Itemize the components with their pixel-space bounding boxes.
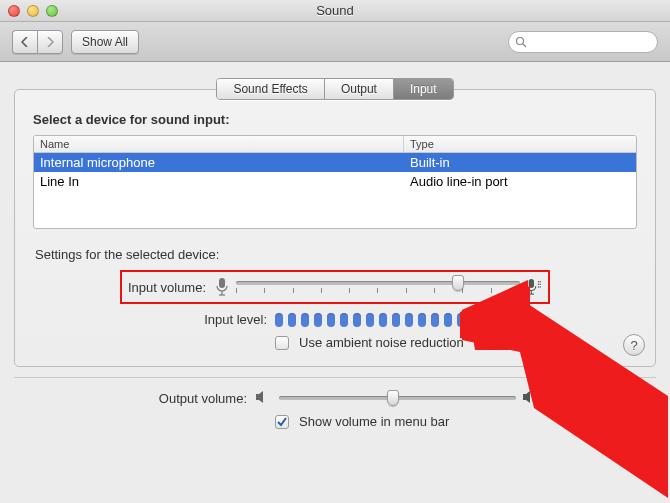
window-titlebar: Sound <box>0 0 670 22</box>
tab-input[interactable]: Input <box>394 79 453 99</box>
device-type: Audio line-in port <box>404 172 636 191</box>
show-menubar-label: Show volume in menu bar <box>299 414 449 429</box>
forward-button[interactable] <box>37 30 63 54</box>
slider-thumb[interactable] <box>452 275 464 291</box>
svg-point-10 <box>538 286 539 287</box>
output-volume-row: Output volume: Mute <box>34 386 636 410</box>
window-title: Sound <box>0 3 670 18</box>
search-icon <box>515 36 527 48</box>
svg-point-11 <box>540 281 541 282</box>
ambient-noise-label: Use ambient noise reduction <box>299 335 464 350</box>
mute-label: Mute <box>586 391 615 406</box>
input-volume-row: Input volume: <box>33 266 637 308</box>
input-volume-label: Input volume: <box>128 280 214 295</box>
nav-buttons <box>12 30 63 54</box>
input-level-label: Input level: <box>75 312 275 327</box>
help-button[interactable]: ? <box>623 334 645 356</box>
svg-point-12 <box>540 284 541 285</box>
chevron-right-icon <box>46 37 54 47</box>
svg-rect-5 <box>529 279 534 288</box>
speaker-quiet-icon <box>255 390 273 406</box>
svg-rect-2 <box>219 278 225 288</box>
settings-heading: Settings for the selected device: <box>35 247 637 262</box>
output-volume-label: Output volume: <box>55 391 255 406</box>
device-heading: Select a device for sound input: <box>33 112 637 127</box>
svg-point-13 <box>540 286 541 287</box>
device-type: Built-in <box>404 153 636 172</box>
col-header-type[interactable]: Type <box>404 136 636 152</box>
show-menubar-checkbox[interactable] <box>275 415 289 429</box>
input-level-row: Input level: <box>33 308 637 331</box>
svg-line-1 <box>523 44 526 47</box>
ambient-row: Use ambient noise reduction <box>33 331 637 354</box>
table-row[interactable]: Internal microphone Built-in <box>34 153 636 172</box>
speaker-loud-icon <box>522 390 540 406</box>
search-input[interactable] <box>531 36 651 48</box>
input-volume-slider[interactable] <box>236 281 520 285</box>
tab-output[interactable]: Output <box>325 79 394 99</box>
back-button[interactable] <box>12 30 37 54</box>
chevron-left-icon <box>21 37 29 47</box>
mute-checkbox[interactable] <box>562 391 576 405</box>
highlight-annotation: Input volume: <box>120 270 550 304</box>
device-table: Name Type Internal microphone Built-in L… <box>33 135 637 229</box>
svg-point-0 <box>517 37 524 44</box>
input-panel: Select a device for sound input: Name Ty… <box>14 89 656 367</box>
tab-sound-effects[interactable]: Sound Effects <box>217 79 325 99</box>
toolbar: Show All <box>0 22 670 62</box>
output-volume-slider[interactable] <box>279 396 516 400</box>
table-row[interactable]: Line In Audio line-in port <box>34 172 636 191</box>
device-name: Line In <box>34 172 404 191</box>
show-all-button[interactable]: Show All <box>71 30 139 54</box>
svg-point-9 <box>538 284 539 285</box>
table-header: Name Type <box>34 136 636 153</box>
ambient-noise-checkbox[interactable] <box>275 336 289 350</box>
device-name: Internal microphone <box>34 153 404 172</box>
mic-quiet-icon <box>214 276 230 298</box>
input-level-meter <box>275 313 465 327</box>
tab-bar: Sound Effects Output Input <box>14 78 656 100</box>
search-field[interactable] <box>508 31 658 53</box>
svg-point-8 <box>538 281 539 282</box>
mic-loud-icon <box>526 276 542 298</box>
slider-thumb[interactable] <box>387 390 399 406</box>
show-menubar-row: Show volume in menu bar <box>34 410 636 433</box>
divider <box>14 377 656 378</box>
col-header-name[interactable]: Name <box>34 136 404 152</box>
